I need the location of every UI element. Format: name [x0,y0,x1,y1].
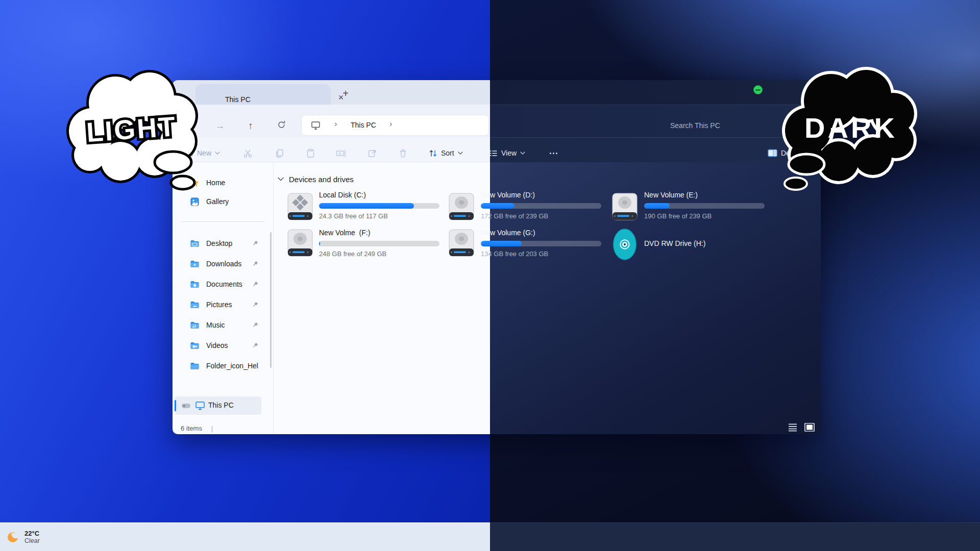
thumbnail-view-toggle[interactable] [804,423,815,432]
taskbar: 22°C Clear Search [0,522,980,551]
copy-button[interactable] [270,144,288,162]
drive-name[interactable]: New Volume (G:) [481,229,535,237]
green-status-dot[interactable] [753,85,763,94]
this-pc-icon [311,121,321,130]
breadcrumb-this-pc[interactable]: This PC [351,121,376,129]
cut-button[interactable] [238,144,257,162]
weather-condition: Clear [24,537,40,544]
section-collapse-chevron[interactable] [278,177,284,181]
drive-usage-bar [481,241,601,246]
view-grid-icon [489,149,498,158]
dark-bubble-label: DARK [804,112,897,144]
sidebar-item-label: Pictures [206,300,232,309]
svg-text:A: A [338,151,341,156]
light-bubble-trail-large [155,152,191,173]
paste-button[interactable] [301,144,320,162]
drive-free-space: 190 GB free of 239 GB [644,212,712,220]
sidebar-item-label: This PC [208,401,234,409]
hdd-icon[interactable] [286,228,314,258]
tab-this-pc[interactable]: This PC × [195,84,331,105]
sidebar-item-pictures[interactable]: Pictures [177,296,270,313]
music-folder-icon [190,320,200,330]
gallery-icon [190,197,200,207]
pin-icon[interactable] [252,342,259,349]
sidebar-item-documents[interactable]: Documents [177,276,270,293]
pin-icon[interactable] [252,281,259,288]
refresh-button[interactable] [275,119,287,133]
dark-bubble-trail-large [789,154,824,174]
drive-usage-bar [481,203,601,209]
sidebar-item-music[interactable]: Music [177,316,270,334]
dark-theme-bubble: DARK [763,55,921,195]
view-button[interactable]: View [486,144,528,162]
sort-arrows-icon [429,149,437,158]
dark-bubble-trail-small [785,178,807,190]
rename-icon: A [336,148,346,158]
sidebar-item-folder-icon-hel[interactable]: Folder_icon_Hel [177,357,270,374]
weather-temp: 22°C [24,530,40,537]
share-icon [368,148,377,158]
hdd-windows-icon[interactable] [286,192,314,221]
drive-free-space: 172 GB free of 239 GB [481,212,548,220]
sidebar-separator [181,221,264,222]
sidebar-item-label: Documents [206,280,242,288]
drive-name[interactable]: DVD RW Drive (H:) [644,239,705,247]
drive-free-space: 248 GB free of 249 GB [319,250,386,258]
sidebar-item-this-pc[interactable]: This PC [175,396,261,415]
new-tab-button[interactable]: + [339,87,352,101]
statusbar-divider [212,426,212,433]
rename-button[interactable]: A [332,144,350,162]
drive-usage-bar [319,241,439,246]
this-pc-monitor-icon [195,400,205,411]
hdd-icon[interactable] [447,228,476,258]
desktop-folder-icon [190,239,200,248]
pictures-folder-icon [190,300,200,310]
drive-name[interactable]: New Volume (E:) [644,191,698,199]
forward-button[interactable]: → [214,119,226,133]
delete-button[interactable] [394,144,412,162]
chevron-down-icon [458,152,463,155]
drive-usage-bar [319,203,439,209]
hdd-icon[interactable] [447,192,476,221]
drive-name[interactable]: Local Disk (C:) [319,191,366,199]
light-theme-bubble: LIGHT [55,57,208,195]
up-button[interactable]: ↑ [244,119,257,133]
hdd-icon[interactable] [610,192,639,221]
light-bubble-label: LIGHT [85,111,178,147]
selection-accent-bar [175,400,176,411]
sidebar-item-label: Videos [206,341,228,349]
section-title: Devices and drives [289,175,354,184]
pin-icon[interactable] [252,321,259,329]
breadcrumb-separator: › [334,119,337,129]
sort-button[interactable]: Sort [426,144,466,162]
sidebar-item-desktop[interactable]: Desktop [177,235,270,252]
chevron-down-icon [215,152,220,155]
file-explorer-window: This PC × + → ↑ › This PC › New [173,80,821,434]
sidebar-item-label: Downloads [206,260,241,268]
refresh-icon [277,120,286,129]
list-view-toggle[interactable] [788,423,798,432]
sidebar-item-downloads[interactable]: Downloads [177,255,270,272]
address-bar[interactable]: › This PC › [301,115,489,136]
taskbar-dark-half [490,522,980,551]
dvd-drive-icon[interactable] [610,227,639,262]
pin-icon[interactable] [252,301,259,308]
expand-toggle-icon[interactable] [182,404,190,408]
drive-free-space: 24.3 GB free of 117 GB [319,212,388,220]
folder-icon [190,361,200,371]
more-options-button[interactable] [544,144,562,162]
cut-icon [243,148,253,158]
pin-icon[interactable] [252,240,259,247]
drive-name[interactable]: New Volume (D:) [481,191,535,199]
weather-widget[interactable]: 22°C Clear [6,525,40,548]
pin-icon[interactable] [252,260,259,267]
sidebar-item-gallery[interactable]: Gallery [177,193,270,210]
downloads-folder-icon [190,259,200,269]
sidebar-scrollbar[interactable] [270,232,272,368]
drive-name[interactable]: New Volme (F:) [319,229,370,237]
share-button[interactable] [363,144,381,162]
sidebar-item-label: Home [206,179,225,187]
moon-icon [6,530,20,544]
light-bubble-trail-small [171,176,194,189]
sidebar-item-videos[interactable]: Videos [177,337,270,354]
